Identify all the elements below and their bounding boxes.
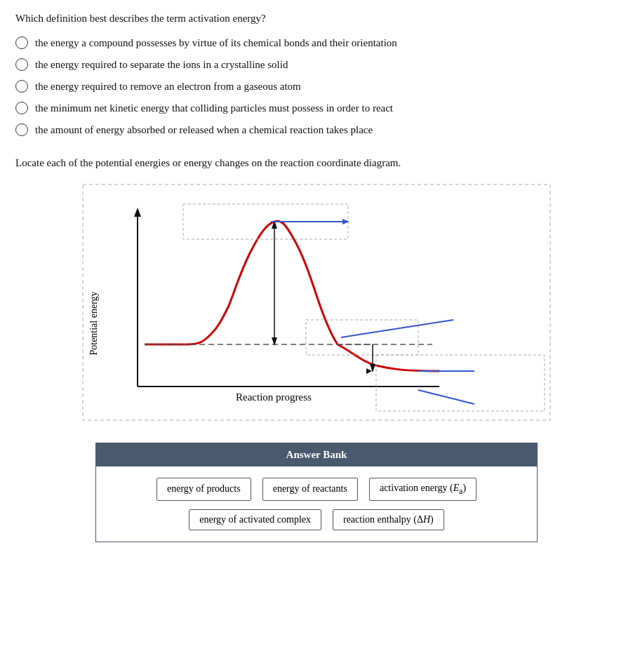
svg-rect-11 (306, 320, 418, 355)
answer-bank-row-1: energy of products energy of reactants a… (110, 478, 523, 501)
answer-bank-header: Answer Bank (96, 443, 537, 466)
radio-1[interactable] (15, 36, 28, 49)
x-axis-label: Reaction progress (236, 391, 312, 403)
chip-reaction-enthalpy[interactable]: reaction enthalpy (ΔH) (333, 509, 444, 530)
option-item-2[interactable]: the energy required to separate the ions… (15, 58, 618, 72)
answer-bank: Answer Bank energy of products energy of… (95, 443, 538, 542)
options-list: the energy a compound possesses by virtu… (15, 36, 618, 137)
question-text: Which definition best describes the term… (15, 13, 618, 25)
reaction-diagram: Potential energy (81, 183, 552, 422)
radio-5[interactable] (15, 123, 28, 136)
radio-3[interactable] (15, 80, 28, 93)
answer-bank-body: energy of products energy of reactants a… (96, 466, 537, 542)
svg-line-12 (341, 320, 453, 337)
chip-energy-products[interactable]: energy of products (156, 478, 251, 501)
chip-activation-energy[interactable]: activation energy (Ea) (369, 478, 477, 501)
y-axis-label: Potential energy (88, 291, 99, 355)
svg-marker-2 (134, 208, 141, 217)
option-label-5: the amount of energy absorbed or release… (35, 123, 373, 137)
svg-marker-16 (366, 368, 372, 374)
answer-bank-row-2: energy of activated complex reaction ent… (110, 509, 523, 530)
svg-line-15 (418, 390, 474, 404)
svg-rect-0 (83, 184, 550, 420)
chip-energy-reactants[interactable]: energy of reactants (262, 478, 358, 501)
svg-rect-13 (376, 355, 545, 411)
option-item-5[interactable]: the amount of energy absorbed or release… (15, 123, 618, 137)
option-label-2: the energy required to separate the ions… (35, 58, 288, 72)
option-label-4: the minimum net kinetic energy that coll… (35, 101, 393, 116)
diagram-svg: Potential energy (81, 183, 552, 422)
option-item-1[interactable]: the energy a compound possesses by virtu… (15, 36, 618, 51)
option-item-3[interactable]: the energy required to remove an electro… (15, 79, 618, 94)
chip-energy-activated-complex[interactable]: energy of activated complex (189, 509, 321, 530)
option-label-1: the energy a compound possesses by virtu… (35, 36, 397, 51)
option-label-3: the energy required to remove an electro… (35, 79, 301, 94)
option-item-4[interactable]: the minimum net kinetic energy that coll… (15, 101, 618, 116)
radio-2[interactable] (15, 58, 28, 71)
locate-instruction: Locate each of the potential energies or… (15, 157, 618, 169)
radio-4[interactable] (15, 102, 28, 114)
